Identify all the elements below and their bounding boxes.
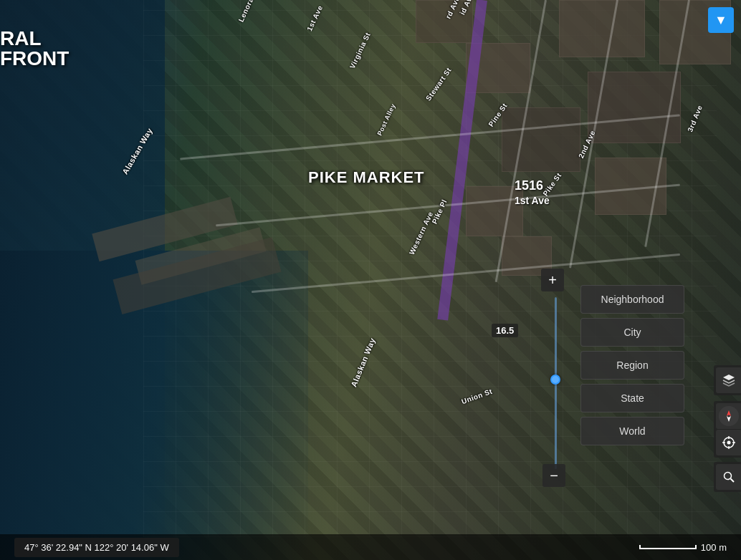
zoom-out-button[interactable]: − — [542, 464, 565, 487]
location-button[interactable] — [716, 430, 741, 455]
svg-line-9 — [731, 479, 735, 483]
search-icon — [722, 470, 735, 483]
scale-bar: 100 m — [639, 542, 727, 553]
coordinates-display: 47° 36' 22.94" N 122° 20' 14.06" W — [14, 538, 179, 557]
zoom-minus-area: − — [542, 464, 565, 487]
chevron-icon: ▼ — [714, 13, 727, 28]
address-label: 1516 1st Ave — [515, 178, 550, 208]
building-block — [502, 107, 580, 172]
level-btn-world[interactable]: World — [580, 417, 684, 445]
scale-label: 100 m — [701, 542, 727, 553]
compass-button[interactable] — [716, 403, 741, 429]
svg-marker-1 — [727, 416, 731, 422]
level-btn-city[interactable]: City — [580, 318, 684, 347]
corner-label-line1: RAL — [0, 29, 69, 49]
building-block — [559, 0, 645, 57]
layers-icon — [722, 374, 735, 387]
status-bar: 47° 36' 22.94" N 122° 20' 14.06" W 100 m — [0, 534, 741, 560]
svg-point-8 — [725, 473, 732, 480]
scale-line — [639, 545, 697, 549]
address-line1: 1516 — [515, 178, 550, 194]
location-icon — [722, 436, 735, 449]
level-btn-region[interactable]: Region — [580, 351, 684, 380]
pike-market-label: PIKE MARKET — [308, 168, 425, 187]
zoom-in-button[interactable]: + — [541, 269, 564, 291]
level-btn-neighborhood[interactable]: Neighborhood — [580, 285, 684, 314]
compass-icon — [722, 409, 736, 423]
chevron-button[interactable]: ▼ — [708, 7, 734, 33]
svg-marker-0 — [727, 410, 731, 416]
svg-point-3 — [727, 441, 731, 445]
compass-circle — [719, 406, 739, 426]
level-buttons-panel: Neighborhood City Region State World — [580, 285, 684, 445]
map-container: Alaskan Way Western Ave Alaskan Way Unio… — [0, 0, 741, 560]
zoom-level-display: 16.5 — [492, 324, 518, 337]
zoom-slider-container — [551, 297, 560, 469]
level-btn-state[interactable]: State — [580, 384, 684, 412]
nav-controls — [714, 401, 741, 458]
address-line2: 1st Ave — [515, 194, 550, 207]
layers-button[interactable] — [716, 367, 741, 393]
search-button[interactable] — [716, 464, 741, 490]
right-toolbar — [714, 365, 741, 395]
zoom-panel: + — [541, 269, 564, 291]
zoom-track[interactable] — [555, 297, 557, 469]
corner-label: RAL FRONT — [0, 29, 69, 69]
corner-label-line2: FRONT — [0, 49, 69, 69]
search-toolbar — [714, 462, 741, 492]
zoom-thumb[interactable] — [550, 375, 560, 385]
